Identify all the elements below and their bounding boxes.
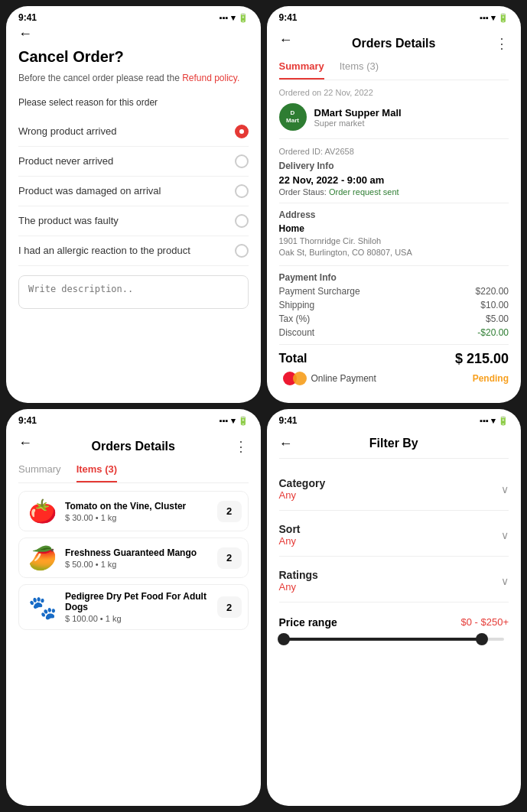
payment-method-left: Online Payment — [279, 372, 376, 385]
back-button-1[interactable]: ← — [18, 26, 32, 42]
reason-text-2: Product was damaged on arrival — [18, 185, 161, 197]
price-slider-track[interactable] — [284, 638, 505, 641]
filter-ratings-text: Ratings Any — [279, 569, 318, 593]
shipping-row: Shipping $10.00 — [279, 300, 509, 310]
filter-category-value: Any — [279, 489, 326, 501]
dots-menu-2[interactable]: ⋮ — [495, 35, 509, 52]
status-bar-4: 9:41 ▪▪▪ ▾ 🔋 — [267, 409, 522, 429]
surcharge-value: $220.00 — [476, 286, 509, 297]
reason-item-3[interactable]: The product was faulty — [18, 206, 249, 236]
tab-items[interactable]: Items (3) — [340, 60, 379, 80]
mastercard-icon — [279, 372, 307, 385]
tabs-3: Summary Items (3) — [18, 463, 249, 483]
shipping-value: $10.00 — [480, 300, 509, 310]
shipping-label: Shipping — [279, 300, 315, 310]
wifi-icon: ▾ — [231, 13, 236, 23]
time-3: 9:41 — [18, 415, 37, 426]
item-1: 🥭 Freshness Guaranteed Mango $ 50.00 • 1… — [18, 538, 249, 578]
filter-ratings-label: Ratings — [279, 569, 318, 581]
filter-back-button[interactable]: ← — [279, 436, 293, 452]
tabs-2: Summary Items (3) — [279, 60, 509, 80]
cancel-desc: Before the cancel order please read the … — [18, 72, 249, 85]
filter-sort-row[interactable]: Sort Any ∨ — [279, 514, 509, 557]
item-info-1: Freshness Guaranteed Mango $ 50.00 • 1 k… — [65, 547, 211, 569]
payment-info-label: Payment Info — [279, 272, 509, 283]
filter-category-text: Category Any — [279, 477, 326, 501]
reason-text-1: Product never arrived — [18, 155, 113, 167]
radio-4[interactable] — [235, 244, 249, 258]
status-bar-3: 9:41 ▪▪▪ ▾ 🔋 — [6, 409, 261, 429]
tab-summary-3[interactable]: Summary — [18, 463, 61, 482]
payment-surcharge-row: Payment Surcharge $220.00 — [279, 286, 509, 297]
filter-sort-label: Sort — [279, 523, 301, 535]
address-line2: Oak St, Burlington, CO 80807, USA — [279, 247, 509, 258]
filter-category: Category Any ∨ — [279, 468, 509, 511]
tax-row: Tax (%) $5.00 — [279, 313, 509, 324]
item-price-0: $ 30.00 • 1 kg — [65, 513, 211, 522]
item-emoji-0: 🍅 — [25, 498, 59, 525]
discount-value: -$20.00 — [477, 327, 509, 338]
description-input[interactable] — [18, 275, 249, 309]
refund-link[interactable]: Refund policy. — [182, 73, 239, 83]
address-home: Home — [279, 223, 509, 234]
screen-filter: 9:41 ▪▪▪ ▾ 🔋 ← Filter By Category Any ∨ — [267, 409, 522, 806]
payment-status: Pending — [473, 373, 509, 384]
item-qty-0: 2 — [217, 501, 242, 522]
reason-text-4: I had an allergic reaction to the produc… — [18, 245, 190, 256]
slider-thumb-left[interactable] — [278, 633, 290, 645]
price-range-value: $0 - $250+ — [460, 616, 509, 628]
item-emoji-1: 🥭 — [25, 544, 59, 571]
back-button-2[interactable]: ← — [279, 32, 293, 48]
item-emoji-2: 🐾 — [25, 594, 59, 621]
orders-title-2: Orders Details — [352, 37, 435, 50]
radio-3[interactable] — [235, 214, 249, 228]
reason-item-0[interactable]: Wrong product arrived — [18, 117, 249, 147]
cancel-title: Cancel Order? — [18, 48, 249, 66]
item-price-1: $ 50.00 • 1 kg — [65, 560, 211, 569]
order-id: Ordered ID: AV2658 — [279, 147, 509, 156]
wifi-icon-2: ▾ — [491, 13, 496, 23]
battery-icon-4: 🔋 — [498, 416, 509, 426]
price-range-section: Price range $0 - $250+ — [279, 606, 509, 647]
slider-thumb-right[interactable] — [476, 633, 488, 645]
item-name-1: Freshness Guaranteed Mango — [65, 547, 211, 558]
item-info-2: Pedigree Dry Pet Food For Adult Dogs $ 1… — [65, 591, 211, 623]
orders-header: ← Orders Details ⋮ — [279, 26, 509, 60]
tab-summary[interactable]: Summary — [279, 60, 324, 80]
reason-item-4[interactable]: I had an allergic reaction to the produc… — [18, 236, 249, 266]
filter-title: Filter By — [369, 437, 418, 450]
item-name-2: Pedigree Dry Pet Food For Adult Dogs — [65, 591, 211, 612]
status-icons-2: ▪▪▪ ▾ 🔋 — [480, 13, 509, 23]
total-value: $ 215.00 — [455, 351, 509, 367]
item-info-0: Tomato on the Vine, Cluster $ 30.00 • 1 … — [65, 501, 211, 522]
dots-menu-3[interactable]: ⋮ — [234, 438, 248, 455]
tax-label: Tax (%) — [279, 313, 311, 324]
payment-method-label: Online Payment — [311, 373, 376, 384]
desc-before: Before the cancel order please read the — [18, 73, 180, 83]
address-line1: 1901 Thornridge Cir. Shiloh — [279, 235, 509, 247]
reason-item-2[interactable]: Product was damaged on arrival — [18, 177, 249, 206]
reason-item-1[interactable]: Product never arrived — [18, 147, 249, 177]
status-bar-2: 9:41 ▪▪▪ ▾ 🔋 — [267, 6, 522, 26]
orders-title-3: Orders Details — [92, 440, 175, 453]
item-2: 🐾 Pedigree Dry Pet Food For Adult Dogs $… — [18, 584, 249, 630]
wifi-icon-3: ▾ — [231, 416, 236, 426]
item-name-0: Tomato on the Vine, Cluster — [65, 501, 211, 512]
signal-icon-3: ▪▪▪ — [220, 416, 229, 425]
item-qty-1: 2 — [217, 547, 242, 569]
tab-items-3[interactable]: Items (3) — [76, 463, 117, 482]
radio-1[interactable] — [235, 154, 249, 168]
delivery-date: 22 Nov, 2022 - 9:00 am — [279, 174, 509, 186]
status-icons-4: ▪▪▪ ▾ 🔋 — [480, 416, 509, 426]
filter-ratings-row[interactable]: Ratings Any ∨ — [279, 560, 509, 603]
signal-icon-4: ▪▪▪ — [480, 416, 489, 425]
item-0: 🍅 Tomato on the Vine, Cluster $ 30.00 • … — [18, 491, 249, 531]
wifi-icon-4: ▾ — [491, 416, 496, 426]
signal-icon-2: ▪▪▪ — [480, 13, 489, 22]
back-button-3[interactable]: ← — [18, 435, 32, 451]
battery-icon: 🔋 — [238, 13, 249, 23]
radio-2[interactable] — [235, 184, 249, 198]
filter-category-label: Category — [279, 477, 326, 489]
filter-category-row[interactable]: Category Any ∨ — [279, 468, 509, 511]
radio-0[interactable] — [235, 125, 249, 138]
